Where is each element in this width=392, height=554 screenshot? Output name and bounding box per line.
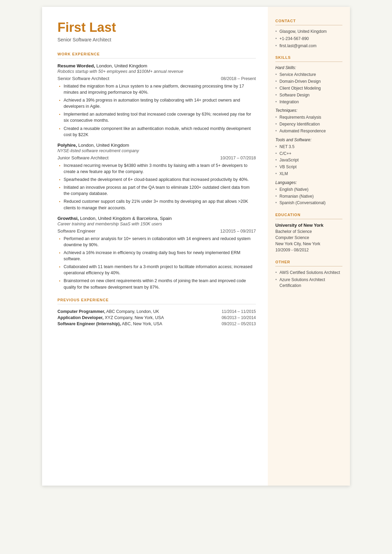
contact-section: CONTACT Glasgow, United Kingdom +1-234-5… [275,19,342,49]
job-3-bullet-2: Achieved a 16% increase in efficiency by… [64,250,256,262]
prev-exp-3-dates: 09/2012 – 05/2013 [222,321,256,326]
job-1-dates: 08/2018 – Present [221,76,256,81]
job-2-title: Junior Software Architect [57,155,108,160]
contact-email: first.last@gmail.com [275,43,342,49]
job-3: Growthsi, London, United Kingdom & Barce… [57,216,256,290]
technique-1: Requirements Analysis [275,115,342,120]
candidate-name: First Last [57,21,256,35]
tool-3: JavaScript [275,157,342,163]
job-3-company: Growthsi, [57,216,79,221]
job-3-desc: Career training and membership SaaS with… [57,222,256,226]
job-2-bullet-3: Initiated an innovative process as part … [64,184,256,197]
job-3-bullets: Performed an error analysis for 10+ serv… [57,236,256,290]
job-1-title-row: Senior Software Architect 08/2018 – Pres… [57,76,256,81]
prev-exp-1-dates: 11/2014 – 11/2015 [222,309,256,314]
prev-exp-1-prefix: Computer Programmer, [57,309,105,314]
skills-divider [275,62,342,62]
education-header: EDUCATION [275,213,342,217]
job-1-bullet-3: Implemented an automated testing tool th… [64,111,256,123]
job-2-title-row: Junior Software Architect 10/2017 – 07/2… [57,155,256,160]
job-2-bullet-1: Increased recurring revenue by $4380 wit… [64,162,256,175]
prev-exp-list: Computer Programmer, ABC Company, London… [57,309,256,326]
prev-exp-3-prefix: Software Engineer (Internship), [57,321,121,326]
previous-experience-divider [57,304,256,304]
left-column: First Last Senior Software Architect WOR… [42,7,268,486]
skills-header: SKILLS [275,55,342,60]
tool-1: NET 3.5 [275,144,342,150]
contact-header: CONTACT [275,19,342,23]
tools-list: NET 3.5 C/C++ JavaScript VB Script XLM [275,144,342,177]
languages-label: Languages: [275,180,342,185]
edu-degree: Bachelor of Science [275,228,342,235]
other-header: OTHER [275,260,342,264]
job-1: Resume Worded, London, United Kingdom Ro… [57,63,256,138]
language-3: Spanish (Conversational) [275,200,342,206]
other-section: OTHER AWS Certified Solutions Architect … [275,260,342,288]
job-2-company: Polyhire, [57,143,77,148]
hard-skill-4: Software Design [275,92,342,98]
previous-experience-header: PREVIOUS EXPERIENCE [57,298,256,302]
tools-label: Tools and Software: [275,137,342,142]
candidate-title: Senior Software Architect [57,37,256,42]
job-2-dates: 10/2017 – 07/2018 [220,156,256,160]
job-1-desc: Robotics startup with 50+ employees and … [57,69,256,74]
job-3-bullet-3: Collaborated with 11 team members for a … [64,264,256,276]
job-1-bullets: Initiated the migration from a Linux sys… [57,83,256,138]
other-item-2: Azure Solutions Architect Certification [275,277,342,289]
job-1-company: Resume Worded, [57,63,95,68]
prev-exp-2: Application Developer, XYZ Company, New … [57,315,256,320]
other-list: AWS Certified Solutions Architect Azure … [275,270,342,288]
technique-3: Automated Respondence [275,128,342,134]
prev-exp-1: Computer Programmer, ABC Company, London… [57,309,256,314]
right-column: CONTACT Glasgow, United Kingdom +1-234-5… [268,7,350,486]
job-3-employer: Growthsi, London, United Kingdom & Barce… [57,216,256,221]
hard-skills-list: Service Architecture Domain-Driven Desig… [275,72,342,105]
education-section: EDUCATION University of New York Bachelo… [275,213,342,253]
job-2-bullets: Increased recurring revenue by $4380 wit… [57,162,256,211]
job-2-location: London, United Kingdom [78,143,129,148]
job-1-bullet-2: Achieved a 39% progress in automation te… [64,97,256,109]
edu-institution: University of New York [275,223,342,228]
language-1: English (Native) [275,187,342,193]
job-2-bullet-2: Spearheaded the development of 6+ cloud-… [64,176,256,183]
work-experience-header: WORK EXPERIENCE [57,52,256,56]
resume-page: First Last Senior Software Architect WOR… [42,7,350,486]
tool-4: VB Script [275,164,342,170]
technique-2: Depency Identification [275,121,342,127]
languages-list: English (Native) Romanian (Native) Spani… [275,187,342,206]
techniques-list: Requirements Analysis Depency Identifica… [275,115,342,134]
prev-exp-2-dates: 06/2013 – 10/2014 [222,315,256,320]
edu-dates: 10/2009 - 08/2012 [275,247,342,253]
job-1-location: London, United Kingdom [96,63,147,68]
prev-exp-1-suffix: ABC Company, London, UK [105,309,159,314]
techniques-label: Techniques: [275,108,342,113]
job-2: Polyhire, London, United Kingdom NYSE-li… [57,143,256,211]
job-3-title: Software Engineer [57,228,95,234]
contact-list: Glasgow, United Kingdom +1-234-567-890 f… [275,29,342,49]
job-2-bullet-4: Reduced customer support calls by 21% un… [64,198,256,211]
skills-section: SKILLS Hard Skills: Service Architecture… [275,55,342,206]
prev-exp-2-suffix: XYZ Company, New York, USA [104,315,164,320]
prev-exp-2-role: Application Developer, XYZ Company, New … [57,315,218,320]
other-divider [275,266,342,266]
contact-location: Glasgow, United Kingdom [275,29,342,35]
prev-exp-1-role: Computer Programmer, ABC Company, London… [57,309,218,314]
other-item-1: AWS Certified Solutions Architect [275,270,342,276]
job-1-bullet-4: Created a reusable component like an aut… [64,126,256,138]
tool-5: XLM [275,171,342,177]
prev-exp-3: Software Engineer (Internship), ABC, New… [57,321,256,326]
job-1-employer: Resume Worded, London, United Kingdom [57,63,256,68]
hard-skill-1: Service Architecture [275,72,342,78]
prev-exp-3-suffix: ABC, New York, USA [121,321,162,326]
job-3-bullet-1: Performed an error analysis for 10+ serv… [64,236,256,248]
job-3-title-row: Software Engineer 12/2015 – 09/2017 [57,228,256,234]
work-experience-divider [57,58,256,58]
prev-exp-2-prefix: Application Developer, [57,315,104,320]
prev-exp-3-role: Software Engineer (Internship), ABC, New… [57,321,218,326]
job-2-desc: NYSE-listed software recruitment company [57,148,256,153]
job-3-dates: 12/2015 – 09/2017 [220,229,256,234]
job-2-employer: Polyhire, London, United Kingdom [57,143,256,148]
job-1-bullet-1: Initiated the migration from a Linux sys… [64,83,256,95]
edu-field: Computer Science [275,235,342,241]
contact-divider [275,25,342,25]
